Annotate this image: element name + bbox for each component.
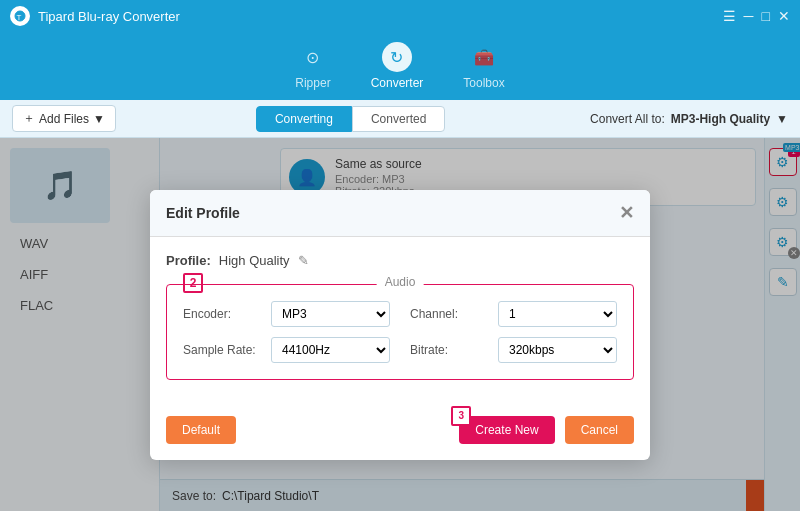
profile-row: Profile: High Quality ✎ bbox=[166, 253, 634, 268]
cancel-button[interactable]: Cancel bbox=[565, 416, 634, 444]
modal-overlay: Edit Profile ✕ Profile: High Quality ✎ 2… bbox=[0, 138, 800, 511]
nav-bar: ⊙ Ripper ↻ Converter 🧰 Toolbox bbox=[0, 32, 800, 100]
converter-label: Converter bbox=[371, 76, 424, 90]
modal-body: Profile: High Quality ✎ 2 Audio Encoder:… bbox=[150, 237, 650, 416]
channel-label: Channel: bbox=[410, 307, 490, 321]
convert-all-section: Convert All to: MP3-High Quality ▼ bbox=[590, 112, 788, 126]
add-files-button[interactable]: ＋ Add Files ▼ bbox=[12, 105, 116, 132]
audio-section: 2 Audio Encoder: MP3 Channel: bbox=[166, 284, 634, 380]
encoder-row: Encoder: MP3 bbox=[183, 301, 390, 327]
convert-all-value: MP3-High Quality bbox=[671, 112, 770, 126]
toolbox-icon: 🧰 bbox=[469, 42, 499, 72]
default-button[interactable]: Default bbox=[166, 416, 236, 444]
close-btn[interactable]: ✕ bbox=[778, 8, 790, 24]
toolbox-label: Toolbox bbox=[463, 76, 504, 90]
audio-form: Encoder: MP3 Channel: 1 Samp bbox=[183, 301, 617, 363]
edit-profile-modal: Edit Profile ✕ Profile: High Quality ✎ 2… bbox=[150, 190, 650, 460]
channel-select[interactable]: 1 bbox=[498, 301, 617, 327]
ripper-label: Ripper bbox=[295, 76, 330, 90]
bitrate-row: Bitrate: 320kbps bbox=[410, 337, 617, 363]
encoder-select[interactable]: MP3 bbox=[271, 301, 390, 327]
modal-header: Edit Profile ✕ bbox=[150, 190, 650, 237]
bitrate-label: Bitrate: bbox=[410, 343, 490, 357]
minimize-btn[interactable]: ─ bbox=[744, 8, 754, 24]
menu-icon[interactable]: ☰ bbox=[723, 8, 736, 24]
app-title: Tipard Blu-ray Converter bbox=[38, 9, 723, 24]
app-logo: T bbox=[10, 6, 30, 26]
profile-edit-icon[interactable]: ✎ bbox=[298, 253, 309, 268]
section-num-badge: 2 bbox=[183, 273, 209, 293]
modal-footer: Default 3 Create New Cancel bbox=[150, 416, 650, 460]
channel-row: Channel: 1 bbox=[410, 301, 617, 327]
convert-all-label: Convert All to: bbox=[590, 112, 665, 126]
profile-value: High Quality bbox=[219, 253, 290, 268]
main-content: 🎵 WAV AIFF FLAC 👤 Same as source Encoder… bbox=[0, 138, 800, 511]
encoder-label: Encoder: bbox=[183, 307, 263, 321]
sample-rate-label: Sample Rate: bbox=[183, 343, 263, 357]
convert-all-arrow[interactable]: ▼ bbox=[776, 112, 788, 126]
audio-section-title: Audio bbox=[377, 275, 424, 289]
toolbar: ＋ Add Files ▼ Converting Converted Conve… bbox=[0, 100, 800, 138]
create-new-button[interactable]: 3 Create New bbox=[459, 416, 554, 444]
ripper-icon: ⊙ bbox=[298, 42, 328, 72]
modal-close-btn[interactable]: ✕ bbox=[619, 202, 634, 224]
profile-label: Profile: bbox=[166, 253, 211, 268]
nav-converter[interactable]: ↻ Converter bbox=[371, 42, 424, 90]
tab-converted[interactable]: Converted bbox=[352, 106, 445, 132]
tab-converting[interactable]: Converting bbox=[256, 106, 352, 132]
title-bar: T Tipard Blu-ray Converter ☰ ─ □ ✕ bbox=[0, 0, 800, 32]
svg-text:T: T bbox=[17, 13, 22, 22]
nav-toolbox[interactable]: 🧰 Toolbox bbox=[463, 42, 504, 90]
maximize-btn[interactable]: □ bbox=[762, 8, 770, 24]
window-controls: ☰ ─ □ ✕ bbox=[723, 8, 790, 24]
sample-rate-row: Sample Rate: 44100Hz bbox=[183, 337, 390, 363]
add-icon: ＋ bbox=[23, 110, 35, 127]
bitrate-select[interactable]: 320kbps bbox=[498, 337, 617, 363]
tab-group: Converting Converted bbox=[256, 106, 445, 132]
converter-icon: ↻ bbox=[382, 42, 412, 72]
modal-title: Edit Profile bbox=[166, 205, 240, 221]
sample-rate-select[interactable]: 44100Hz bbox=[271, 337, 390, 363]
nav-ripper[interactable]: ⊙ Ripper bbox=[295, 42, 330, 90]
dropdown-arrow: ▼ bbox=[93, 112, 105, 126]
btn-num-badge: 3 bbox=[451, 406, 477, 426]
